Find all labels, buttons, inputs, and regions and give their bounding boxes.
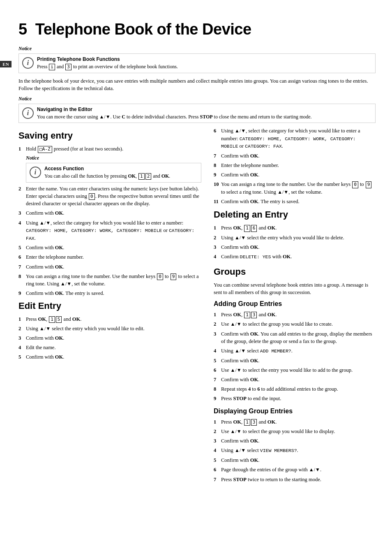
page: EN 5 Telephone Book of the Device Notice… bbox=[0, 12, 392, 556]
step-text: Confirm with OK. bbox=[26, 244, 201, 251]
key-3ag: 3 bbox=[251, 312, 257, 318]
list-item: 2 Use ▲/▼ to select the group you would … bbox=[214, 320, 376, 328]
list-item: 4 Confirm DELETE: YES with OK. bbox=[214, 253, 376, 261]
list-item: 3 Confirm with OK. bbox=[214, 243, 376, 251]
notice-inner-3: i Access Function You can also call the … bbox=[26, 163, 201, 183]
list-item: 2 Enter the name. You can enter characte… bbox=[18, 185, 201, 208]
list-item: 10 You can assign a ring tone to the num… bbox=[214, 181, 376, 196]
list-item: 3 Confirm with OK. bbox=[214, 437, 376, 445]
step-num: 9 bbox=[214, 171, 221, 178]
edit-entry-list: 1 Press OK, 15 and OK. 2 Using ▲/▼ selec… bbox=[18, 315, 201, 361]
step-num: 4 bbox=[18, 219, 26, 227]
step-num: 8 bbox=[18, 273, 26, 280]
saving-entry-list-2: 2 Enter the name. You can enter characte… bbox=[18, 185, 201, 297]
step-text: Enter the name. You can enter characters… bbox=[26, 185, 201, 208]
notice-label-3: Notice bbox=[26, 155, 201, 161]
list-item: 7 Confirm with OK. bbox=[214, 152, 376, 160]
chapter-number: 5 bbox=[18, 21, 27, 38]
title-text: Telephone Book of the Device bbox=[35, 21, 251, 38]
step-text: Use ▲/▼ to select the group you would li… bbox=[221, 428, 376, 435]
groups-title: Groups bbox=[214, 266, 376, 277]
notice-label-1: Notice bbox=[18, 46, 376, 52]
list-item: 8 Repeat steps 4 to 6 to add additional … bbox=[214, 385, 376, 393]
notice-navigating: Notice i Navigating in the Editor You ca… bbox=[18, 96, 376, 123]
step-num: 6 bbox=[214, 366, 221, 374]
step-text: Confirm with OK. bbox=[221, 243, 376, 251]
key-2: 2 bbox=[145, 173, 152, 180]
step-text: Confirm with OK. You can add entries to … bbox=[221, 330, 376, 345]
step-text: You can assign a ring tone to the number… bbox=[26, 273, 201, 288]
list-item: 8 You can assign a ring tone to the numb… bbox=[18, 273, 201, 288]
list-item: 7 Confirm with OK. bbox=[18, 263, 201, 271]
right-column: 6 Using ▲/▼, select the category for whi… bbox=[214, 127, 376, 485]
list-item: 1 Press OK, 15 and OK. bbox=[18, 315, 201, 323]
page-title: 5 Telephone Book of the Device bbox=[18, 21, 376, 38]
key-1: 1 bbox=[138, 173, 145, 180]
list-item: 5 Confirm with OK. bbox=[214, 357, 376, 364]
step-num: 7 bbox=[214, 476, 221, 483]
notice-text-2: You can move the cursor using ▲/▼. Use C… bbox=[37, 114, 312, 120]
notice-printing: Notice i Printing Telephone Book Functio… bbox=[18, 46, 376, 73]
edit-entry-title: Edit Entry bbox=[18, 301, 201, 311]
step-num: 4 bbox=[214, 347, 221, 354]
step-num: 3 bbox=[18, 209, 26, 217]
step-text: Confirm with OK. bbox=[26, 334, 201, 342]
list-item: 6 Page through the entries of the group … bbox=[214, 466, 376, 473]
key-1d: 1 bbox=[244, 225, 250, 232]
key-az: □A-Z bbox=[38, 146, 52, 153]
step-num: 5 bbox=[18, 353, 26, 361]
list-item: 4 Using ▲/▼ select VIEW MEMBERS?. bbox=[214, 447, 376, 454]
list-item: 1 Press OK, 13 and OK. bbox=[214, 311, 376, 318]
step-num: 4 bbox=[214, 253, 221, 260]
step-num: 5 bbox=[214, 456, 221, 464]
step-text: Press OK, 13 and OK. bbox=[221, 311, 376, 318]
key-0b: 0 bbox=[157, 273, 163, 280]
key-1e: 1 bbox=[49, 316, 55, 323]
notice-title-3: Access Function bbox=[44, 166, 170, 171]
key-5: 5 bbox=[56, 316, 62, 323]
saving-entry-list-1: 1 Hold □A-Z pressed (for at least two se… bbox=[18, 145, 201, 153]
step-text: Confirm with OK. bbox=[221, 376, 376, 383]
step-num: 6 bbox=[18, 253, 26, 261]
notice-text-1: Press i and 3 to print an overview of th… bbox=[37, 63, 178, 70]
key-1ag: 1 bbox=[244, 312, 250, 318]
step-text: Confirm with OK. bbox=[26, 209, 201, 217]
step-num: 7 bbox=[214, 152, 221, 160]
adding-group-list: 1 Press OK, 13 and OK. 2 Use ▲/▼ to sele… bbox=[214, 311, 376, 403]
step-text: Using ▲/▼, select the category for which… bbox=[221, 127, 376, 150]
step-text: Press OK, 15 and OK. bbox=[26, 315, 201, 323]
step-text: Repeat steps 4 to 6 to add additional en… bbox=[221, 385, 376, 393]
intro-paragraph: In the telephone book of your device, yo… bbox=[18, 77, 376, 92]
notice-title-1: Printing Telephone Book Functions bbox=[37, 56, 178, 62]
notice-text-3: You can also call the function by pressi… bbox=[44, 173, 170, 180]
step-num: 2 bbox=[18, 325, 26, 332]
step-num: 6 bbox=[214, 466, 221, 473]
step-text: Hold □A-Z pressed (for at least two seco… bbox=[26, 145, 201, 153]
list-item: 1 Press OK, 16 and OK. bbox=[214, 224, 376, 232]
step-num: 2 bbox=[18, 185, 26, 192]
step-text: Use ▲/▼ to select the group you would li… bbox=[221, 320, 376, 328]
step-text: Confirm with OK. bbox=[26, 263, 201, 271]
key-0: 0 bbox=[89, 193, 95, 200]
step-num: 3 bbox=[214, 243, 221, 251]
step-text: Using ▲/▼ select the entry which you wou… bbox=[221, 234, 376, 241]
en-label: EN bbox=[0, 61, 12, 67]
list-item: 3 Confirm with OK. You can add entries t… bbox=[214, 330, 376, 345]
key-6: 6 bbox=[251, 225, 257, 232]
step-num: 2 bbox=[214, 428, 221, 435]
saving-entry-title: Saving entry bbox=[18, 130, 201, 141]
left-column: Saving entry 1 Hold □A-Z pressed (for at… bbox=[18, 127, 201, 485]
step-text: Press STOP to end the input. bbox=[221, 395, 376, 402]
notice-content-2: Navigating in the Editor You can move th… bbox=[37, 107, 312, 120]
list-item: 6 Using ▲/▼, select the category for whi… bbox=[214, 127, 376, 150]
list-item: 2 Use ▲/▼ to select the group you would … bbox=[214, 428, 376, 435]
list-item: 8 Enter the telephone number. bbox=[214, 162, 376, 169]
right-continued-list: 6 Using ▲/▼, select the category for whi… bbox=[214, 127, 376, 205]
step-num: 4 bbox=[214, 447, 221, 454]
list-item: 2 Using ▲/▼ select the entry which you w… bbox=[214, 234, 376, 241]
list-item: 4 Using ▲/▼, select the category for whi… bbox=[18, 219, 201, 242]
step-text: Using ▲/▼, select the category for which… bbox=[26, 219, 201, 242]
step-num: 8 bbox=[214, 385, 221, 393]
step-text: Page through the entries of the group wi… bbox=[221, 466, 376, 473]
info-icon-3: i bbox=[30, 167, 41, 178]
